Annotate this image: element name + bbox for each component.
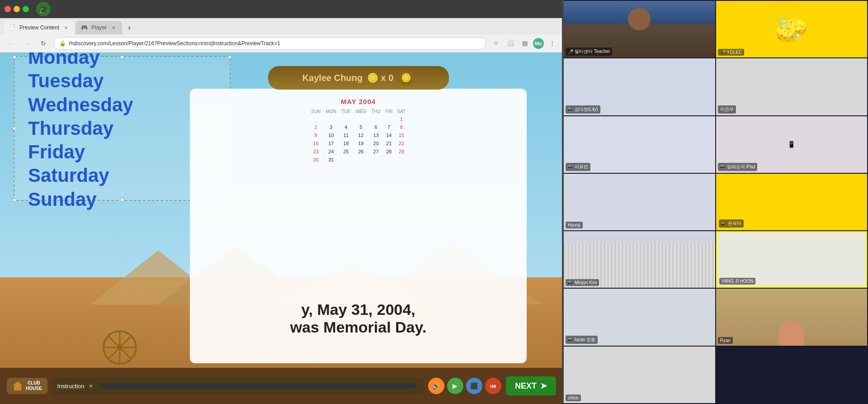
lucas-name-text: lucas 정윤 — [575, 337, 595, 343]
participant-yoobin: 📷 이유빈 — [564, 116, 715, 173]
lee-name-text: 이건우 — [720, 106, 734, 113]
ipad-name-text: 임태순의 iPad — [727, 164, 755, 170]
cal-cell — [383, 115, 395, 123]
resize-handle-b[interactable] — [120, 198, 124, 202]
cal-cell: 23 — [309, 147, 323, 156]
cal-cell: 15 — [395, 131, 408, 139]
participant-lucas: 📷 lucas 정윤 — [564, 289, 715, 345]
cal-header-sat: SAT — [395, 108, 408, 115]
yglec-name-text: YGLEC — [727, 50, 742, 55]
lucas-cam-icon: 📷 — [568, 337, 572, 342]
cal-cell — [369, 115, 383, 123]
maximize-window-button[interactable] — [23, 6, 29, 12]
participant-minjun: 📷 Minjun Kim — [564, 231, 715, 288]
participant-teacher: 🎤 멀티센터 Teacher — [564, 1, 715, 57]
tab-preview-close[interactable]: ✕ — [63, 24, 69, 31]
lily-name-text: 김다정(Lily) — [575, 106, 598, 113]
video-grid: 🎤 멀티센터 Teacher 🧽 🎤 YGLEC 📷 김다정(Lily) — [563, 0, 868, 404]
yoobin-cam-icon: 📷 — [568, 165, 572, 169]
tab-player-icon: 🎮 — [81, 24, 88, 31]
ryan-name-text: Ryan — [720, 338, 731, 343]
user-avatar[interactable]: Mo — [533, 38, 544, 49]
cal-cell: 3 — [323, 123, 339, 131]
tab-preview-content[interactable]: 📄 Preview Content ✕ — [4, 21, 75, 34]
resize-handle-tl[interactable] — [13, 55, 16, 59]
cal-header-wed: WED — [353, 108, 369, 115]
cal-cell: 22 — [395, 139, 408, 147]
yoobin-label: 📷 이유빈 — [566, 163, 590, 171]
spongebob-emoji: 🧽 — [774, 13, 808, 45]
address-text: rhdiscovery.com/Lesson/Player/216?Previe… — [69, 40, 480, 47]
participant-chloe: chloe — [564, 347, 715, 403]
toolbar-icons: ☆ ⬜ ▤ Mo ⋮ — [490, 37, 558, 50]
tab-player-close[interactable]: ✕ — [110, 24, 117, 31]
tab-player-label: Player — [91, 24, 107, 31]
new-tab-button[interactable]: + — [123, 22, 136, 34]
chloe-label: chloe — [566, 394, 581, 401]
panel-divider — [562, 0, 564, 404]
sidebar-icon[interactable]: ▤ — [519, 37, 531, 50]
hyunji-label: Hyunji — [566, 222, 583, 228]
video-panel: 🎤 멀티센터 Teacher 🧽 🎤 YGLEC 📷 김다정(Lily) — [563, 0, 868, 404]
cal-cell: 11 — [339, 131, 353, 139]
ryan-head — [779, 321, 804, 346]
audio-button[interactable]: 🔊 — [428, 378, 444, 394]
seah-cam-icon: 📷 — [721, 222, 726, 226]
yglec-label: 🎤 YGLEC — [718, 49, 745, 56]
back-button[interactable]: ← — [5, 37, 17, 50]
cal-cell: 7 — [383, 123, 395, 131]
minimize-window-button[interactable] — [14, 6, 20, 12]
extensions-icon[interactable]: ⬜ — [504, 37, 517, 50]
menu-icon[interactable]: ⋮ — [546, 37, 558, 50]
teacher-label: 🎤 멀티센터 Teacher — [566, 48, 612, 56]
cal-cell: 12 — [353, 131, 369, 139]
stop-button[interactable]: ⬛ — [466, 378, 482, 394]
wagon-wheel-decoration — [102, 329, 138, 366]
ryan-label: Ryan — [718, 337, 733, 344]
calendar: MAY 2004 SUN MON TUE WED THU FRI SAT — [309, 98, 408, 164]
play-button[interactable]: ▶ — [447, 378, 463, 394]
cal-cell — [323, 115, 339, 123]
cal-cell — [369, 156, 383, 164]
cal-header-sun: SUN — [309, 108, 323, 115]
clubhouse-button[interactable]: CLUB HOUSE — [7, 378, 47, 394]
cal-cell: 8 — [395, 123, 408, 131]
address-bar[interactable]: 🔒 rhdiscovery.com/Lesson/Player/216?Prev… — [53, 37, 486, 50]
bottom-toolbar: CLUB HOUSE Instruction ▼ 🔊 ▶ ⬛ ⏮ NEXT — [0, 368, 563, 404]
coin-display: 🪙 x 0 — [367, 72, 393, 83]
lucas-label: 📷 lucas 정윤 — [566, 336, 598, 344]
resize-handle-bl[interactable] — [13, 198, 16, 202]
refresh-button[interactable]: ↻ — [37, 37, 50, 50]
participant-lee: 이건우 — [716, 58, 868, 115]
cal-cell: 21 — [383, 139, 395, 147]
participant-yglec: 🧽 🎤 YGLEC — [716, 1, 868, 57]
instruction-bar: Instruction ▼ — [52, 378, 424, 394]
rewind-button[interactable]: ⏮ — [485, 378, 501, 394]
student-name-text: Kaylee Chung — [302, 73, 363, 83]
cal-cell: 18 — [339, 139, 353, 147]
resize-handle-l[interactable] — [13, 127, 16, 130]
ipad-label: 📷 임태순의 iPad — [718, 163, 758, 171]
calendar-month-year: MAY 2004 — [309, 98, 408, 105]
yoobin-name-text: 이유빈 — [575, 164, 588, 170]
bookmark-icon[interactable]: ☆ — [490, 37, 502, 50]
lesson-content-area: Monday Tuesday Wednesday Thursday Friday… — [0, 52, 563, 404]
lee-label: 이건우 — [718, 105, 736, 114]
cal-cell: 2 — [309, 123, 323, 131]
close-window-button[interactable] — [5, 6, 11, 12]
svg-marker-10 — [13, 381, 22, 390]
browser-window: 🎓 📄 Preview Content ✕ 🎮 Player ✕ + ← → ↻… — [0, 0, 563, 404]
address-bar-row: ← → ↻ 🔒 rhdiscovery.com/Lesson/Player/21… — [0, 34, 563, 52]
lily-cam-icon: 📷 — [568, 107, 572, 111]
resize-handle-tr[interactable] — [228, 55, 231, 59]
chloe-name-text: chloe — [568, 395, 579, 400]
next-button[interactable]: NEXT ➤ — [506, 376, 556, 395]
progress-bar — [99, 383, 416, 389]
cal-cell — [339, 115, 353, 123]
day-friday: Friday — [28, 141, 216, 163]
forward-button[interactable]: → — [21, 37, 33, 50]
seah-name-text: 은세아 — [728, 220, 741, 227]
cal-cell: 17 — [323, 139, 339, 147]
tab-player[interactable]: 🎮 Player ✕ — [75, 21, 122, 34]
resize-handle-t[interactable] — [120, 55, 124, 59]
